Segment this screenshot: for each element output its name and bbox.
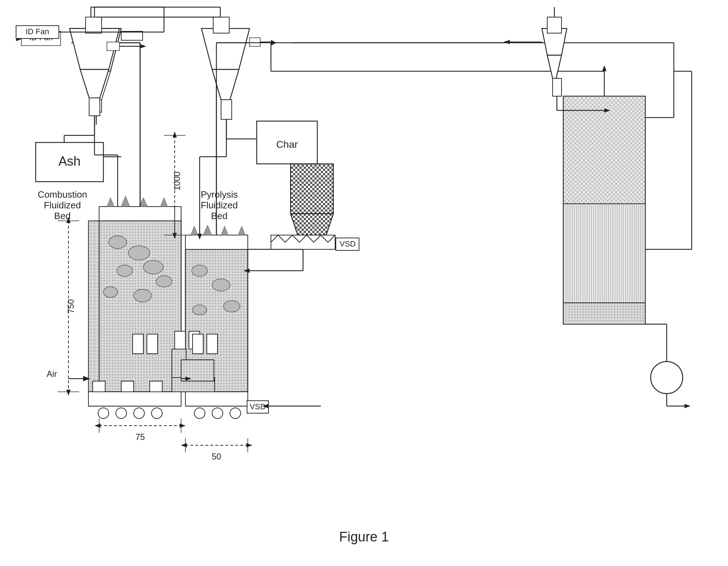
dim-50: 50 [212,452,221,461]
svg-text:ID Fan: ID Fan [26,27,49,36]
pyrolysis-label-1: Pyrolysis [201,189,238,200]
svg-rect-39 [88,392,181,406]
svg-point-32 [156,276,172,287]
combustion-label-1: Combustion [38,189,87,200]
svg-rect-105 [221,100,232,119]
svg-point-28 [117,265,133,276]
diagram-container: ID Fan Com [0,0,728,566]
svg-point-43 [152,408,162,419]
svg-rect-25 [99,207,181,221]
page: ID Fan Com [0,0,728,566]
svg-point-86 [212,408,223,419]
pyrolysis-label-2: Fluidized [201,200,238,211]
dim-1000: 1000 [172,172,182,191]
svg-point-85 [194,408,205,419]
pyrolysis-label-3: Bed [211,211,227,221]
svg-rect-84 [185,392,248,406]
svg-rect-45 [93,381,105,392]
svg-point-27 [128,246,150,260]
svg-rect-119 [564,303,645,323]
svg-point-77 [224,301,240,312]
svg-point-31 [134,289,152,302]
svg-point-130 [651,362,683,394]
svg-rect-145 [553,78,562,96]
svg-rect-157 [147,334,158,354]
svg-point-75 [212,279,230,291]
svg-rect-140 [547,17,562,33]
svg-point-74 [192,265,207,276]
svg-point-29 [143,260,163,274]
svg-rect-24 [88,221,99,392]
svg-point-41 [116,408,127,419]
svg-rect-63 [89,98,100,116]
svg-rect-103 [250,38,260,46]
dim-750: 750 [66,299,76,313]
svg-point-76 [193,305,207,315]
svg-rect-158 [193,334,203,354]
svg-rect-99 [213,17,229,33]
svg-marker-111 [291,214,333,235]
svg-rect-118 [564,97,645,204]
svg-rect-16 [121,31,143,40]
svg-rect-46 [121,381,134,392]
svg-rect-156 [133,334,143,354]
svg-rect-94 [175,331,185,349]
svg-point-40 [98,408,109,419]
figure-title: Figure 1 [339,529,389,544]
combustion-label-2: Fluidized [44,200,81,211]
dim-75: 75 [135,432,145,442]
svg-point-30 [103,287,118,297]
svg-point-87 [230,408,241,419]
svg-rect-159 [207,334,217,354]
svg-rect-52 [86,17,102,33]
svg-rect-71 [107,42,119,51]
svg-rect-110 [291,164,333,214]
air-label: Air [47,369,57,379]
svg-point-26 [109,236,127,249]
svg-rect-47 [150,381,162,392]
vsd-bottom-label: VSD [250,402,266,411]
char-label: Char [276,139,298,150]
svg-rect-73 [185,235,248,249]
svg-point-42 [134,408,144,419]
ash-label: Ash [58,154,81,168]
vsd-side-label: VSD [339,239,355,248]
svg-rect-120 [564,204,645,303]
